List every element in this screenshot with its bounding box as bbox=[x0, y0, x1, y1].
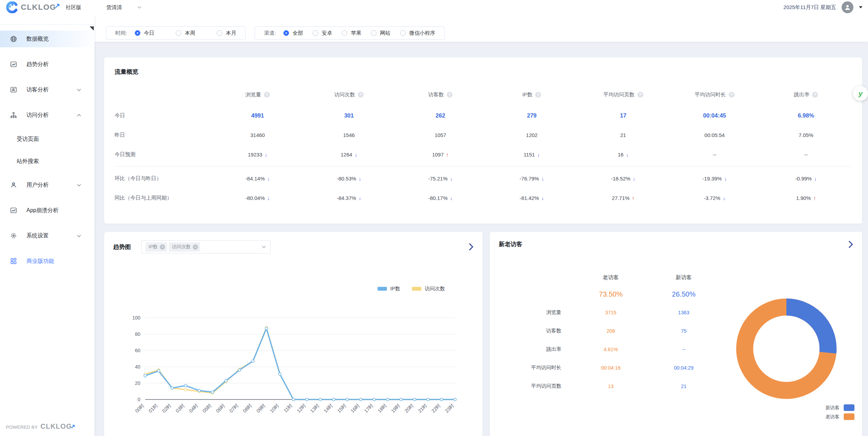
radio-label: 安卓 bbox=[322, 30, 332, 37]
metric-tag[interactable]: IP数× bbox=[146, 242, 167, 252]
avatar[interactable] bbox=[842, 1, 853, 13]
radio-channel-wechat-mini[interactable]: 微信小程序 bbox=[400, 30, 435, 37]
tag-close-icon[interactable]: × bbox=[160, 244, 165, 250]
sidebar-item-label: 访问分析 bbox=[26, 112, 49, 119]
visitors-row-label: 平均访问时长 bbox=[499, 358, 561, 377]
overview-title: 流量概览 bbox=[115, 68, 852, 76]
visitors-more-link[interactable] bbox=[849, 241, 853, 248]
visitors-row-label: 跳出率 bbox=[499, 340, 561, 358]
sidebar-subitem-offsite-search[interactable]: 站外搜索 bbox=[0, 154, 94, 168]
column-label: 访问次数 bbox=[334, 91, 355, 98]
radio-time-week[interactable]: 本周 bbox=[176, 30, 195, 37]
overview-row-label: 同比（今日与上周同期） bbox=[115, 188, 212, 208]
svg-text:01时: 01时 bbox=[148, 403, 159, 414]
trend-metric-select[interactable]: IP数×访问次数× bbox=[141, 240, 271, 253]
donut-legend-item[interactable]: 新访客 bbox=[826, 404, 855, 411]
sidebar-collapse-handle[interactable] bbox=[90, 26, 94, 31]
clklog-logo-icon bbox=[6, 1, 18, 13]
sidebar-item-label: 商业版功能 bbox=[26, 258, 54, 265]
radio-time-month[interactable]: 本月 bbox=[217, 30, 236, 37]
arrow-down-icon: ↓ bbox=[723, 195, 726, 201]
visitors-title: 新老访客 bbox=[499, 240, 522, 248]
help-icon[interactable]: ? bbox=[535, 92, 541, 98]
arrow-down-icon: ↓ bbox=[358, 176, 361, 181]
sidebar-item-label: 数据概览 bbox=[26, 35, 49, 43]
avatar-caret-icon[interactable] bbox=[859, 6, 862, 8]
metric-tag-label: 访问次数 bbox=[172, 244, 191, 250]
svg-text:21时: 21时 bbox=[417, 403, 428, 414]
chevron-up-icon bbox=[77, 114, 81, 117]
overview-cell: 00:04:45 bbox=[669, 106, 760, 125]
trend-title: 趋势图 bbox=[113, 243, 131, 251]
radio-icon bbox=[176, 30, 181, 36]
donut-legend-item[interactable]: 老访客 bbox=[826, 413, 855, 420]
overview-cell: -80.53%↓ bbox=[303, 169, 395, 188]
sidebar-item-user-analysis[interactable]: 用户分析 bbox=[0, 177, 94, 193]
radio-channel-all[interactable]: 全部 bbox=[283, 30, 303, 37]
sidebar-item-label: 用户分析 bbox=[26, 181, 49, 189]
overview-row-label: 环比（今日与昨日） bbox=[115, 169, 212, 188]
help-icon[interactable]: ? bbox=[812, 92, 818, 98]
visitors-col-new: 新访客 bbox=[660, 270, 707, 285]
sidebar-item-visitor-analysis[interactable]: 访客分析 bbox=[0, 81, 94, 98]
arrow-up-icon: ↑ bbox=[446, 152, 449, 158]
sidebar-item-app-crash[interactable]: App崩溃分析 bbox=[0, 202, 94, 219]
sidebar-item-visit-analysis[interactable]: 访问分析 bbox=[0, 107, 94, 123]
tag-close-icon[interactable]: × bbox=[193, 244, 198, 250]
visitors-old-pct: 73.50% bbox=[561, 285, 660, 303]
help-icon[interactable]: ? bbox=[358, 92, 364, 98]
metric-tag[interactable]: 访问次数× bbox=[169, 242, 200, 252]
chevron-down-icon bbox=[262, 245, 266, 249]
overview-col-header: 访客数? bbox=[395, 83, 486, 106]
radio-label: 网站 bbox=[380, 30, 390, 37]
project-select[interactable]: 货清清 bbox=[106, 4, 142, 11]
visitors-donut-chart bbox=[736, 298, 837, 399]
visitors-row-label: 浏览量 bbox=[499, 303, 561, 322]
filter-group-time: 时间:今日本周本月 bbox=[106, 26, 246, 40]
overview-cell: 17 bbox=[578, 106, 669, 125]
radio-icon bbox=[217, 30, 222, 36]
svg-text:11时: 11时 bbox=[282, 403, 293, 413]
donut-legend-label: 老访客 bbox=[826, 414, 840, 420]
arrow-down-icon: ↓ bbox=[542, 195, 544, 201]
overview-cell: 7.05% bbox=[760, 125, 852, 145]
help-icon[interactable]: ? bbox=[264, 92, 270, 98]
chevron-down-icon bbox=[77, 88, 81, 91]
radio-time-today[interactable]: 今日 bbox=[135, 30, 154, 37]
svg-text:0: 0 bbox=[138, 397, 140, 402]
svg-text:100: 100 bbox=[132, 315, 141, 321]
trend-more-link[interactable] bbox=[469, 243, 473, 251]
visitors-row-label: 访客数 bbox=[499, 322, 561, 340]
sidebar-item-overview[interactable]: 数据概览 bbox=[0, 31, 94, 47]
visitors-new-value: 21 bbox=[660, 377, 707, 395]
legend-item[interactable]: 访问次数 bbox=[412, 285, 445, 292]
header-date: 2025年11月7日 星期五 bbox=[784, 4, 836, 11]
radio-channel-web[interactable]: 网站 bbox=[371, 30, 390, 37]
radio-channel-ios[interactable]: 苹果 bbox=[342, 30, 361, 37]
help-icon[interactable]: ? bbox=[729, 92, 735, 98]
svg-text:12时: 12时 bbox=[296, 403, 307, 414]
arrow-down-icon: ↓ bbox=[626, 152, 629, 158]
legend-item[interactable]: IP数 bbox=[378, 285, 400, 292]
visitors-old-value: 3715 bbox=[561, 303, 660, 322]
svg-text:14时: 14时 bbox=[323, 403, 334, 414]
visitors-new-pct: 26.50% bbox=[660, 285, 707, 303]
floating-widget-button[interactable]: y bbox=[853, 86, 868, 101]
sidebar-item-system-settings[interactable]: 系统设置 bbox=[0, 227, 94, 244]
arrow-down-icon: ↓ bbox=[267, 176, 270, 181]
help-icon[interactable]: ? bbox=[447, 92, 453, 98]
overview-col-header: 浏览量? bbox=[212, 83, 303, 106]
svg-text:60: 60 bbox=[135, 348, 140, 353]
radio-channel-android[interactable]: 安卓 bbox=[313, 30, 332, 37]
help-icon[interactable]: ? bbox=[637, 92, 643, 98]
sidebar-subitem-visited-pages[interactable]: 受访页面 bbox=[0, 132, 94, 146]
overview-cell: 1.90%↑ bbox=[760, 188, 852, 208]
content: 时间:今日本周本月渠道:全部安卓苹果网站微信小程序 流量概览 浏览量?访问次数?… bbox=[94, 15, 868, 436]
svg-text:17时: 17时 bbox=[363, 403, 374, 414]
sidebar-item-trend-analysis[interactable]: 趋势分析 bbox=[0, 56, 94, 73]
sidebar-item-pro-features[interactable]: 商业版功能 bbox=[0, 253, 94, 269]
logo[interactable]: CLKLOG bbox=[0, 1, 60, 13]
user-icon bbox=[843, 3, 852, 11]
filter-group-label: 渠道: bbox=[264, 30, 276, 37]
header-right: 2025年11月7日 星期五 bbox=[784, 1, 868, 13]
